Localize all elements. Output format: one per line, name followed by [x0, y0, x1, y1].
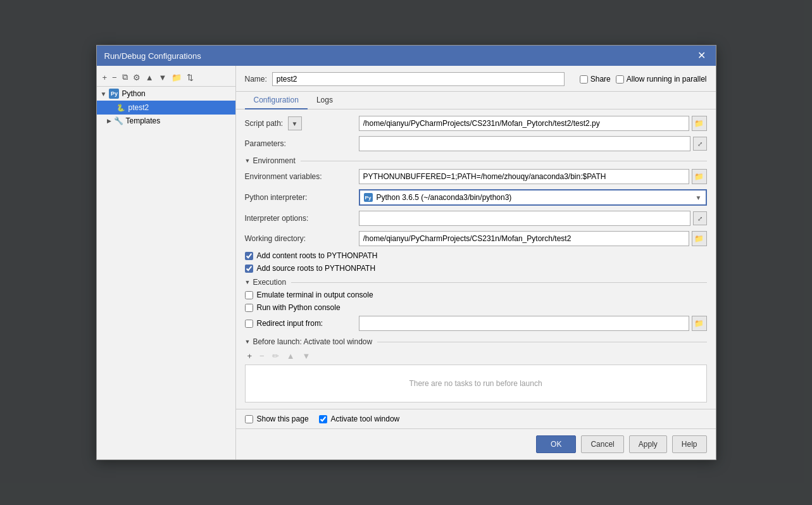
tree-item-templates[interactable]: ▶ 🔧 Templates [97, 115, 235, 127]
help-button[interactable]: Help [672, 435, 707, 453]
env-vars-input[interactable] [359, 169, 689, 184]
bl-up-button[interactable]: ▲ [284, 350, 297, 362]
move-down-button[interactable]: ▼ [157, 72, 169, 84]
close-button[interactable]: ✕ [695, 51, 708, 61]
template-arrow-icon: ▶ [107, 118, 111, 124]
tree-container: ▼ Py Python 🐍 ptest2 ▶ 🔧 Templates [97, 87, 235, 127]
tabs-bar: Configuration Logs [236, 92, 716, 109]
run-python-console-checkbox[interactable] [245, 304, 253, 312]
parameters-input[interactable] [359, 136, 690, 151]
env-vars-wrap: 📁 [359, 169, 707, 184]
interpreter-arrow-icon: ▼ [696, 194, 702, 201]
add-config-button[interactable]: + [101, 72, 109, 84]
script-type-dropdown[interactable]: ▼ [288, 116, 302, 130]
before-launch-toolbar: + − ✏ ▲ ▼ [245, 350, 707, 362]
move-up-button[interactable]: ▲ [144, 72, 156, 84]
working-dir-wrap: 📁 [359, 231, 707, 246]
emulate-terminal-label: Emulate terminal in output console [257, 290, 373, 299]
copy-config-button[interactable]: ⧉ [120, 71, 130, 84]
show-page-checkbox[interactable] [245, 415, 253, 423]
left-panel: + − ⧉ ⚙ ▲ ▼ 📁 ⇅ ▼ Py Python [97, 66, 236, 459]
python-arrow-icon: ▼ [101, 90, 107, 97]
script-path-label: Script path: ▼ [245, 116, 359, 130]
python-interpreter-label: Python interpreter: [245, 193, 359, 202]
parameters-row: Parameters: ⤢ [245, 136, 707, 151]
parameters-expand-button[interactable]: ⤢ [693, 137, 707, 151]
interpreter-py-icon: Py [364, 193, 373, 202]
interpreter-options-input[interactable] [359, 211, 690, 226]
ptest2-file-icon: 🐍 [116, 103, 126, 113]
bl-down-button[interactable]: ▼ [300, 350, 313, 362]
cancel-button[interactable]: Cancel [581, 435, 623, 453]
python-interpreter-row: Python interpreter: Py Python 3.6.5 (~/a… [245, 189, 707, 206]
share-group: Share [580, 75, 611, 84]
bottom-options: Show this page Activate tool window [236, 409, 716, 428]
tree-item-python[interactable]: ▼ Py Python [97, 87, 235, 101]
left-toolbar: + − ⧉ ⚙ ▲ ▼ 📁 ⇅ [97, 68, 235, 87]
env-divider [301, 161, 707, 161]
python-interpreter-select[interactable]: Py Python 3.6.5 (~/anaconda3/bin/python3… [359, 189, 707, 206]
python-icon: Py [109, 89, 119, 99]
name-row: Name: Share Allow running in parallel [236, 66, 716, 92]
parallel-group: Allow running in parallel [616, 75, 707, 84]
env-vars-row: Environment variables: 📁 [245, 169, 707, 184]
exec-arrow-icon: ▼ [245, 279, 251, 285]
add-content-roots-checkbox[interactable] [245, 252, 253, 260]
bl-add-button[interactable]: + [245, 350, 255, 362]
folder-button[interactable]: 📁 [170, 72, 184, 84]
before-launch-section: ▼ Before launch: Activate tool window + … [245, 337, 707, 402]
redirect-input-input[interactable] [359, 316, 689, 331]
script-path-wrap: 📁 [359, 116, 707, 131]
before-launch-empty-msg: There are no tasks to run before launch [409, 379, 542, 388]
config-content: Script path: ▼ 📁 Parameters: [236, 109, 716, 409]
dialog-body: + − ⧉ ⚙ ▲ ▼ 📁 ⇅ ▼ Py Python [97, 66, 716, 459]
tab-configuration[interactable]: Configuration [245, 92, 308, 109]
sort-button[interactable]: ⇅ [185, 72, 196, 84]
execution-section-header: ▼ Execution [245, 278, 707, 287]
share-label: Share [590, 75, 611, 84]
name-input[interactable] [272, 72, 565, 86]
redirect-input-label: Redirect input from: [257, 319, 323, 328]
interpreter-options-row: Interpreter options: ⤢ [245, 211, 707, 226]
redirect-input-checkbox[interactable] [245, 320, 253, 328]
interpreter-options-wrap: ⤢ [359, 211, 707, 226]
add-content-roots-label: Add content roots to PYTHONPATH [257, 251, 378, 260]
tree-ptest2-label: ptest2 [128, 103, 149, 112]
emulate-terminal-checkbox[interactable] [245, 291, 253, 299]
apply-button[interactable]: Apply [629, 435, 667, 453]
settings-button[interactable]: ⚙ [131, 72, 142, 84]
remove-config-button[interactable]: − [110, 72, 119, 84]
parameters-label: Parameters: [245, 139, 359, 148]
script-path-folder-button[interactable]: 📁 [692, 116, 707, 131]
tree-templates-label: Templates [126, 116, 161, 125]
parameters-wrap: ⤢ [359, 136, 707, 151]
before-launch-header: ▼ Before launch: Activate tool window [245, 337, 707, 346]
share-checkbox[interactable] [580, 75, 588, 84]
before-launch-divider [377, 342, 706, 342]
activate-tool-checkbox[interactable] [319, 415, 327, 423]
name-label: Name: [245, 75, 267, 84]
env-vars-folder-button[interactable]: 📁 [692, 169, 707, 184]
bl-remove-button[interactable]: − [257, 350, 267, 362]
working-dir-input[interactable] [359, 231, 689, 246]
working-dir-folder-button[interactable]: 📁 [692, 231, 707, 246]
ok-button[interactable]: OK [536, 435, 576, 453]
run-python-console-label: Run with Python console [257, 303, 340, 312]
dialog-overlay: Run/Debug Configurations ✕ + − ⧉ ⚙ ▲ ▼ 📁… [0, 0, 812, 505]
tree-python-label: Python [122, 89, 145, 98]
exec-divider [291, 282, 706, 283]
wrench-icon: 🔧 [114, 116, 123, 125]
tab-logs[interactable]: Logs [308, 92, 342, 109]
interpreter-options-expand-button[interactable]: ⤢ [693, 211, 707, 225]
run-python-console-row: Run with Python console [245, 303, 707, 312]
script-path-input[interactable] [359, 116, 689, 131]
parallel-checkbox[interactable] [616, 75, 624, 84]
redirect-input-folder-button[interactable]: 📁 [692, 316, 707, 331]
add-content-roots-row: Add content roots to PYTHONPATH [245, 251, 707, 260]
tree-item-ptest2[interactable]: 🐍 ptest2 [97, 101, 235, 115]
add-source-roots-checkbox[interactable] [245, 265, 253, 273]
env-arrow-icon: ▼ [245, 158, 251, 164]
activate-tool-label: Activate tool window [331, 415, 400, 423]
bl-edit-button[interactable]: ✏ [270, 350, 282, 362]
environment-section-header: ▼ Environment [245, 156, 707, 165]
